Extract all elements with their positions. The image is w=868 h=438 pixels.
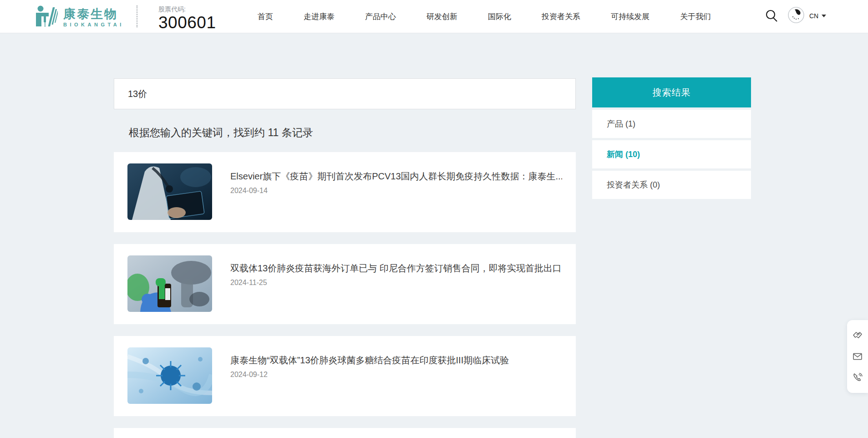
result-text-block: 双载体13价肺炎疫苗获海外订单已与 印尼合作方签订销售合同，即将实现首批出口 2… [230, 262, 562, 287]
nav-item-about-us[interactable]: 关于我们 [680, 11, 711, 22]
nav-item-sustainability[interactable]: 可持续发展 [611, 11, 650, 22]
result-title[interactable]: 双载体13价肺炎疫苗获海外订单已与 印尼合作方签订销售合同，即将实现首批出口 [230, 262, 562, 275]
globe-icon [787, 6, 805, 25]
result-text-block: 康泰生物“双载体”13价肺炎球菌多糖结合疫苗在印度获批III期临床试验 2024… [230, 354, 562, 379]
main-nav: 首页 走进康泰 产品中心 研发创新 国际化 投资者关系 可持续发展 关于我们 [258, 0, 711, 33]
result-text-block: Elsevier旗下《疫苗》期刊首次发布PCV13国内人群长期免疫持久性数据：康… [230, 170, 562, 195]
nav-item-products[interactable]: 产品中心 [365, 11, 396, 22]
nav-item-about-kangtai[interactable]: 走进康泰 [304, 11, 335, 22]
search-icon[interactable] [764, 9, 779, 23]
floating-contact-panel [847, 320, 868, 393]
results-summary: 根据您输入的关键词，找到约 11 条记录 [129, 126, 313, 140]
result-card-partial[interactable] [114, 428, 576, 438]
stock-code-label: 股票代码: [158, 5, 216, 14]
result-thumbnail-blue-cells[interactable] [127, 347, 212, 404]
header-divider [137, 5, 137, 27]
handshake-icon[interactable] [852, 330, 863, 341]
page: 康泰生物 BIOKANGTAI 股票代码: 300601 首页 走进康泰 产品中… [0, 0, 868, 438]
result-thumbnail-vaccine-vial[interactable] [127, 255, 212, 312]
logo[interactable]: 康泰生物 BIOKANGTAI [35, 5, 124, 29]
search-box [114, 78, 576, 109]
result-thumbnail-doctor-tablet[interactable] [127, 163, 212, 220]
search-results-sidebar: 搜索结果 产品 (1) 新闻 (10) 投资者关系 (0) [592, 77, 751, 199]
result-title[interactable]: 康泰生物“双载体”13价肺炎球菌多糖结合疫苗在印度获批III期临床试验 [230, 354, 562, 367]
language-switcher[interactable]: CN [787, 6, 826, 25]
nav-item-international[interactable]: 国际化 [488, 11, 511, 22]
caret-down-icon [822, 15, 826, 17]
language-code: CN [809, 12, 818, 20]
result-date: 2024-09-14 [230, 187, 562, 195]
header: 康泰生物 BIOKANGTAI 股票代码: 300601 首页 走进康泰 产品中… [0, 0, 868, 33]
nav-item-rnd[interactable]: 研发创新 [426, 11, 457, 22]
nav-item-investor-relations[interactable]: 投资者关系 [542, 11, 580, 22]
stock-code-value: 300601 [158, 14, 216, 32]
mail-icon[interactable] [852, 351, 863, 362]
logo-name-cn: 康泰生物 [63, 7, 124, 21]
phone-icon[interactable] [852, 372, 863, 383]
result-card[interactable]: 双载体13价肺炎疫苗获海外订单已与 印尼合作方签订销售合同，即将实现首批出口 2… [114, 244, 576, 324]
result-card[interactable]: 康泰生物“双载体”13价肺炎球菌多糖结合疫苗在印度获批III期临床试验 2024… [114, 336, 576, 416]
sidebar-category-news[interactable]: 新闻 (10) [592, 140, 751, 168]
sidebar-title: 搜索结果 [592, 77, 751, 107]
result-date: 2024-11-25 [230, 279, 562, 287]
nav-item-home[interactable]: 首页 [258, 11, 273, 22]
sidebar-category-products[interactable]: 产品 (1) [592, 110, 751, 138]
logo-mark-icon [35, 5, 58, 29]
logo-text: 康泰生物 BIOKANGTAI [63, 7, 124, 27]
search-input[interactable] [114, 79, 575, 109]
result-date: 2024-09-12 [230, 371, 562, 379]
stock-code-block: 股票代码: 300601 [158, 5, 216, 32]
result-card[interactable]: Elsevier旗下《疫苗》期刊首次发布PCV13国内人群长期免疫持久性数据：康… [114, 152, 576, 232]
sidebar-category-investor-relations[interactable]: 投资者关系 (0) [592, 171, 751, 199]
logo-name-en: BIOKANGTAI [63, 22, 124, 27]
result-title[interactable]: Elsevier旗下《疫苗》期刊首次发布PCV13国内人群长期免疫持久性数据：康… [230, 170, 562, 183]
